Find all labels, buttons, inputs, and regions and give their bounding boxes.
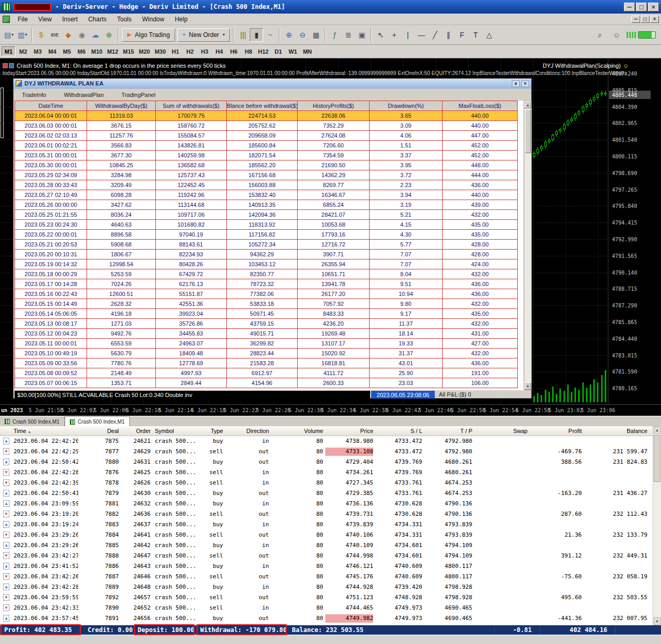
screenshot-icon[interactable]: ▣ (355, 28, 369, 42)
scroll-down-icon[interactable]: ▼ (524, 382, 531, 390)
history-row[interactable]: ▲2023.06.04 22:42:20787524621crash 500..… (0, 436, 652, 447)
timeframe-h12[interactable]: H12 (256, 46, 271, 56)
ea-tab-tradeinfo[interactable]: TradeInfo (22, 92, 46, 98)
history-col-volume[interactable]: Volume (271, 428, 323, 434)
timeframe-m12[interactable]: M12 (105, 46, 120, 56)
timeframe-h4[interactable]: H4 (212, 46, 226, 56)
timeframe-m2[interactable]: M2 (16, 46, 30, 56)
timeframe-h3[interactable]: H3 (198, 46, 212, 56)
new-order-button[interactable]: +New Order▾ (177, 28, 230, 42)
history-col-time[interactable]: Time▲ (14, 428, 78, 434)
restore-icon[interactable]: □ (636, 3, 647, 11)
timeframe-m10[interactable]: M10 (89, 46, 104, 56)
history-row[interactable]: ▼2023.06.04 22:42:29787724629crash 500..… (0, 447, 652, 457)
timeframe-h1[interactable]: H1 (168, 46, 182, 56)
algo-trading-button[interactable]: ▶Algo Trading (122, 28, 175, 42)
account-icon[interactable]: ☺ (610, 28, 623, 42)
timeframe-m20[interactable]: M20 (137, 46, 152, 56)
timeframe-m15[interactable]: M15 (121, 46, 136, 56)
scrollbar-thumb[interactable] (654, 435, 660, 482)
minimize-icon[interactable]: — (624, 3, 635, 11)
zoom-in-icon[interactable]: ⊕ (282, 28, 296, 42)
signals-icon[interactable]: ◉ (75, 28, 89, 42)
history-row[interactable]: ▼2023.06.04 23:42:26788724646crash 500..… (0, 572, 652, 582)
history-row[interactable]: ▲2023.06.04 23:42:28788924648crash 500..… (0, 582, 652, 592)
history-col-type[interactable]: Type (199, 428, 223, 434)
menu-view[interactable]: View (33, 15, 57, 24)
timeframe-h8[interactable]: H8 (241, 46, 255, 56)
shapes-icon[interactable]: △ (482, 28, 496, 42)
trendline-icon[interactable]: ╱ (428, 28, 442, 42)
history-col-sl[interactable]: S / L (375, 428, 422, 434)
history-col-balance[interactable]: Balance (584, 428, 647, 434)
chart-profiles-icon[interactable]: ▥▾ (16, 28, 29, 42)
timeframe-m6[interactable]: M6 (75, 46, 89, 56)
history-row[interactable]: ▼2023.06.04 23:19:20788224636crash 500..… (0, 509, 652, 519)
ea-tab-tradingpanel[interactable]: TradingPanel (121, 92, 155, 98)
history-row[interactable]: ▼2023.06.04 23:29:20788424641crash 500..… (0, 530, 652, 540)
ea-panel-header[interactable]: DYJ WITHDRAWAL PLAN EA ∧ × (14, 79, 531, 89)
text-icon[interactable]: T (469, 28, 482, 42)
history-row[interactable]: ▼2023.06.04 23:42:33789024652crash 500..… (0, 603, 652, 613)
chart-tab[interactable]: Crash 500 Index,M1 (65, 416, 130, 427)
indicators-icon[interactable]: ƒ (328, 28, 341, 42)
timeframe-mn[interactable]: MN (300, 46, 314, 56)
history-row[interactable]: ▲2023.06.04 22:50:41787924630crash 500..… (0, 488, 652, 499)
timeframe-m1[interactable]: M1 (2, 46, 16, 56)
zoom-out-icon[interactable]: ⊖ (296, 28, 309, 42)
ide-icon[interactable]: IDE (48, 28, 62, 42)
vertical-line-icon[interactable]: | (401, 28, 414, 42)
metaeditor-icon[interactable]: ◆ (62, 28, 75, 42)
history-col-deal[interactable]: Deal (78, 428, 119, 434)
ea-close-icon[interactable]: × (521, 80, 529, 87)
history-row[interactable]: ▼2023.06.04 23:42:27788824647crash 500..… (0, 551, 652, 561)
channel-icon[interactable]: ∥ (442, 28, 455, 42)
scroll-up-icon[interactable]: ▲ (654, 426, 660, 434)
cloud-icon[interactable]: ☁ (89, 28, 102, 42)
menu-window[interactable]: Window (137, 15, 170, 24)
timeframe-m30[interactable]: M30 (153, 46, 168, 56)
horizontal-line-icon[interactable]: — (414, 28, 428, 42)
new-chart-icon[interactable]: ▤▾ (2, 28, 16, 42)
history-col-symbol[interactable]: Symbol (155, 428, 197, 434)
cursor-icon[interactable]: ↖ (374, 28, 387, 42)
timeframe-m3[interactable]: M3 (31, 46, 45, 56)
menu-help[interactable]: Help (169, 15, 193, 24)
close-icon[interactable]: × (648, 3, 659, 11)
line-chart-icon[interactable]: ~ (263, 28, 277, 42)
history-row[interactable]: ▼2023.06.04 22:42:28787624625crash 500..… (0, 467, 652, 478)
history-scrollbar[interactable]: ▲ ▼ (653, 426, 661, 625)
menu-tools[interactable]: Tools (112, 15, 137, 24)
market-watch-icon[interactable]: $ (34, 28, 48, 42)
menu-file[interactable]: File (13, 15, 33, 24)
fibonacci-icon[interactable]: F (455, 28, 469, 42)
history-col-order[interactable]: Order (121, 428, 151, 434)
tile-windows-icon[interactable]: ▦ (309, 28, 323, 42)
scroll-up-icon[interactable]: ▲ (524, 101, 531, 108)
history-row[interactable]: ▼2023.06.04 23:59:59789224657crash 500..… (0, 592, 652, 603)
candlestick-chart-icon[interactable]: ▮ (250, 28, 263, 42)
menu-charts[interactable]: Charts (83, 15, 112, 24)
timeframe-d1[interactable]: D1 (271, 46, 285, 56)
child-restore-icon[interactable]: □ (641, 16, 650, 23)
chart-tab[interactable]: Crash 500 Index,M1 (0, 416, 65, 427)
timeframe-w1[interactable]: W1 (286, 46, 300, 56)
timeframe-h6[interactable]: H6 (227, 46, 241, 56)
history-row[interactable]: ▲2023.06.04 23:57:45789124656crash 500..… (0, 613, 652, 624)
search-icon[interactable]: ⌕ (593, 28, 607, 42)
timeframe-h2[interactable]: H2 (183, 46, 197, 56)
history-row[interactable]: ▲2023.06.04 23:09:59788124632crash 500..… (0, 499, 652, 509)
ea-collapse-icon[interactable]: ∧ (512, 80, 520, 87)
child-minimize-icon[interactable]: — (631, 16, 640, 23)
history-col-swap[interactable]: Swap (474, 428, 528, 434)
bar-chart-icon[interactable]: ||| (236, 28, 250, 42)
ea-table-scrollbar[interactable]: ▲ ▼ (524, 101, 532, 390)
history-col-profit[interactable]: Profit (530, 428, 582, 434)
market-icon[interactable]: ⊕ (102, 28, 116, 42)
history-col-tp[interactable]: T / P (424, 428, 472, 434)
history-row[interactable]: ▼2023.06.04 22:42:39787824626crash 500..… (0, 478, 652, 488)
history-row[interactable]: ▲2023.06.04 23:29:26788524642crash 500..… (0, 540, 652, 551)
history-row[interactable]: ▲2023.06.04 23:41:52788624643crash 500..… (0, 561, 652, 572)
title-bar[interactable]: - Deriv-Server - Hedge - Deriv Limited -… (0, 0, 661, 14)
timeframe-m5[interactable]: M5 (60, 46, 74, 56)
